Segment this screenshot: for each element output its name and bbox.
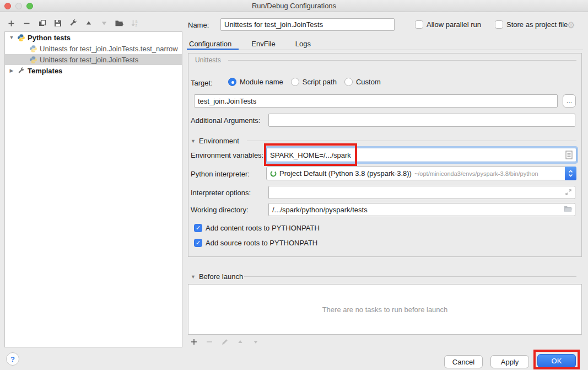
sort-alphabetically-icon[interactable]: az	[130, 19, 139, 28]
radio-module-name-label: Module name	[240, 78, 283, 86]
run-debug-configurations-dialog: Run/Debug Configurations az ▼ Pyt	[0, 0, 588, 370]
chevron-down-icon[interactable]: ▼	[191, 274, 196, 280]
configurations-tree: ▼ Python tests Unittests for test_join.J…	[4, 31, 182, 347]
allow-parallel-run-checkbox[interactable]: Allow parallel run	[415, 20, 481, 29]
checkbox-unchecked-icon	[415, 20, 423, 29]
python-icon	[17, 34, 25, 42]
radio-unselected-icon	[291, 78, 299, 86]
checkbox-checked-icon: ✓	[194, 239, 202, 247]
interpreter-options-input[interactable]	[268, 186, 575, 199]
radio-module-name[interactable]: Module name	[228, 78, 283, 86]
active-tab-underline	[187, 49, 239, 50]
target-input[interactable]	[194, 94, 558, 108]
python-interpreter-label: Python interpreter:	[191, 170, 250, 178]
add-content-roots-label: Add content roots to PYTHONPATH	[206, 224, 320, 232]
environment-section-title: Environment	[199, 137, 239, 145]
add-configuration-icon[interactable]	[7, 19, 16, 28]
radio-script-path[interactable]: Script path	[291, 78, 337, 86]
environment-variables-label: Environment variables:	[191, 151, 263, 159]
before-launch-section-header[interactable]: ▼ Before launch	[191, 272, 243, 281]
move-task-down-icon[interactable]	[251, 337, 260, 346]
name-input[interactable]	[220, 18, 395, 31]
tree-item-unittests-test-narrow[interactable]: Unittests for test_join.JoinTests.test_n…	[5, 43, 182, 54]
minimize-window-button[interactable]	[15, 3, 22, 9]
target-label: Target:	[191, 79, 213, 87]
environment-section-header[interactable]: ▼ Environment	[191, 137, 239, 145]
tree-item-label: Unittests for test_join.JoinTests.test_n…	[40, 45, 178, 53]
allow-parallel-run-label: Allow parallel run	[427, 20, 481, 29]
title-bar: Run/Debug Configurations	[0, 0, 588, 12]
move-down-icon[interactable]	[99, 19, 109, 28]
move-up-icon[interactable]	[84, 19, 93, 28]
edit-variables-icon[interactable]	[565, 151, 573, 159]
python-icon	[29, 56, 37, 64]
radio-selected-icon	[228, 78, 236, 86]
edit-templates-wrench-icon[interactable]	[68, 19, 78, 28]
new-folder-icon[interactable]	[115, 19, 124, 28]
interpreter-dropdown-stepper[interactable]	[565, 167, 576, 180]
radio-script-path-label: Script path	[303, 78, 337, 86]
tree-item-label: Python tests	[28, 34, 71, 42]
working-directory-input[interactable]	[268, 203, 575, 216]
close-window-button[interactable]	[4, 3, 11, 9]
radio-unselected-icon	[344, 78, 353, 86]
tree-item-label: Templates	[28, 67, 62, 75]
before-launch-title-line	[244, 276, 576, 277]
chevron-down-icon[interactable]: ▼	[191, 138, 196, 144]
unittests-group-title: Unittests	[194, 56, 222, 64]
svg-text:a: a	[135, 19, 137, 23]
target-radio-group: Module name Script path Custom	[228, 78, 381, 86]
highlight-environment-variables	[264, 143, 357, 166]
name-label: Name:	[188, 21, 209, 29]
additional-arguments-label: Additional Arguments:	[191, 116, 260, 125]
unittests-title-line	[228, 60, 576, 61]
checkbox-unchecked-icon	[495, 20, 503, 29]
before-launch-section-title: Before launch	[199, 272, 243, 281]
apply-button[interactable]: Apply	[490, 355, 529, 368]
tree-item-templates[interactable]: ▶ Templates	[5, 65, 182, 76]
chevron-right-icon[interactable]: ▶	[8, 68, 15, 73]
python-interpreter-value: Project Default (Python 3.8 (pyspark-3.8…	[279, 169, 412, 178]
tab-divider	[188, 50, 583, 50]
highlight-ok-button	[533, 350, 580, 369]
copy-configuration-icon[interactable]	[37, 19, 47, 28]
additional-arguments-input[interactable]	[268, 114, 575, 127]
interpreter-options-label: Interpreter options:	[191, 189, 251, 197]
working-directory-label: Working directory:	[191, 206, 249, 214]
tree-item-python-tests[interactable]: ▼ Python tests	[5, 32, 182, 43]
expand-field-icon[interactable]	[565, 189, 572, 196]
environment-title-line	[247, 141, 576, 141]
radio-custom[interactable]: Custom	[344, 78, 381, 86]
add-task-icon[interactable]	[189, 337, 198, 346]
before-launch-empty-text: There are no tasks to run before launch	[322, 305, 448, 314]
python-interpreter-combo[interactable]: Project Default (Python 3.8 (pyspark-3.8…	[266, 167, 576, 180]
checkbox-checked-icon: ✓	[194, 224, 202, 232]
browse-target-button[interactable]: ...	[563, 94, 576, 108]
chevron-down-icon[interactable]: ▼	[8, 35, 15, 40]
python-interpreter-path: ~/opt/miniconda3/envs/pyspark-3.8/bin/py…	[414, 170, 538, 177]
cancel-button[interactable]: Cancel	[444, 355, 483, 368]
store-as-project-file-label: Store as project file	[506, 20, 568, 29]
python-icon	[29, 45, 37, 53]
tree-item-label: Unittests for test_join.JoinTests	[40, 56, 138, 64]
window-controls	[0, 0, 33, 12]
svg-text:z: z	[135, 23, 137, 27]
help-button[interactable]: ?	[6, 352, 19, 366]
remove-configuration-icon[interactable]	[22, 19, 31, 28]
edit-task-pencil-icon[interactable]	[220, 337, 229, 346]
zoom-window-button[interactable]	[26, 3, 33, 9]
gear-icon[interactable]: ⚙	[567, 20, 575, 30]
store-as-project-file-checkbox[interactable]: Store as project file	[495, 20, 568, 29]
move-task-up-icon[interactable]	[235, 337, 245, 346]
before-launch-task-list: There are no tasks to run before launch	[188, 284, 582, 335]
add-source-roots-label: Add source roots to PYTHONPATH	[206, 239, 317, 247]
tree-item-unittests-jointests-selected[interactable]: Unittests for test_join.JoinTests	[5, 54, 182, 65]
window-title: Run/Debug Configurations	[252, 2, 336, 10]
radio-custom-label: Custom	[356, 78, 381, 86]
remove-task-icon[interactable]	[204, 337, 214, 346]
add-content-roots-checkbox[interactable]: ✓ Add content roots to PYTHONPATH	[194, 224, 320, 232]
before-launch-toolbar	[189, 337, 260, 346]
add-source-roots-checkbox[interactable]: ✓ Add source roots to PYTHONPATH	[194, 239, 317, 247]
save-configuration-icon[interactable]	[53, 19, 62, 28]
open-folder-icon[interactable]	[564, 205, 573, 213]
